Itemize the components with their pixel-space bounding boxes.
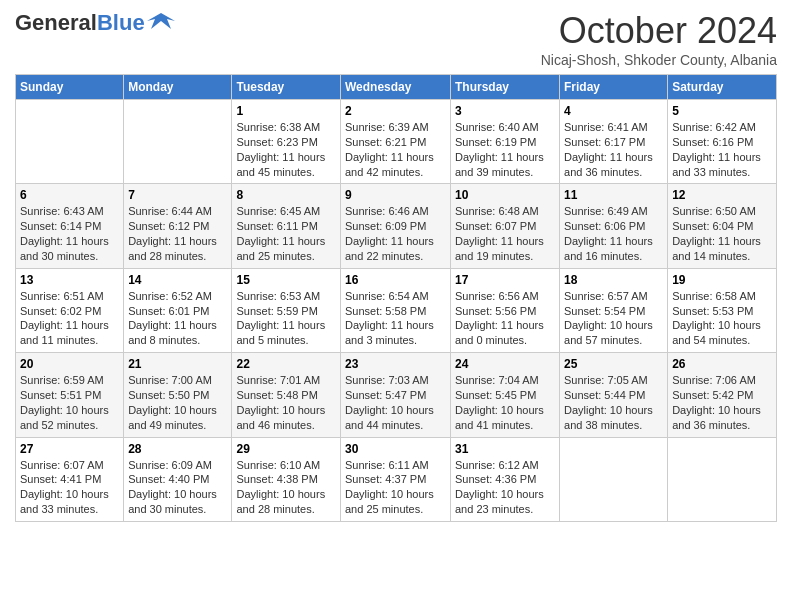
day-info: Sunrise: 7:01 AMSunset: 5:48 PMDaylight:…	[236, 373, 336, 432]
day-info: Sunrise: 6:12 AMSunset: 4:36 PMDaylight:…	[455, 458, 555, 517]
calendar-cell: 13Sunrise: 6:51 AMSunset: 6:02 PMDayligh…	[16, 268, 124, 352]
calendar-cell	[124, 100, 232, 184]
calendar-cell: 19Sunrise: 6:58 AMSunset: 5:53 PMDayligh…	[668, 268, 777, 352]
calendar-cell: 12Sunrise: 6:50 AMSunset: 6:04 PMDayligh…	[668, 184, 777, 268]
day-number: 3	[455, 104, 555, 118]
calendar-cell: 3Sunrise: 6:40 AMSunset: 6:19 PMDaylight…	[451, 100, 560, 184]
day-info: Sunrise: 6:56 AMSunset: 5:56 PMDaylight:…	[455, 289, 555, 348]
day-number: 21	[128, 357, 227, 371]
calendar-week-4: 20Sunrise: 6:59 AMSunset: 5:51 PMDayligh…	[16, 353, 777, 437]
header: GeneralBlue October 2024 Nicaj-Shosh, Sh…	[15, 10, 777, 68]
calendar-cell: 26Sunrise: 7:06 AMSunset: 5:42 PMDayligh…	[668, 353, 777, 437]
day-info: Sunrise: 6:42 AMSunset: 6:16 PMDaylight:…	[672, 120, 772, 179]
day-number: 10	[455, 188, 555, 202]
day-number: 5	[672, 104, 772, 118]
day-info: Sunrise: 7:00 AMSunset: 5:50 PMDaylight:…	[128, 373, 227, 432]
calendar-body: 1Sunrise: 6:38 AMSunset: 6:23 PMDaylight…	[16, 100, 777, 522]
col-saturday: Saturday	[668, 75, 777, 100]
day-number: 6	[20, 188, 119, 202]
calendar-cell	[16, 100, 124, 184]
day-info: Sunrise: 6:52 AMSunset: 6:01 PMDaylight:…	[128, 289, 227, 348]
calendar-cell: 25Sunrise: 7:05 AMSunset: 5:44 PMDayligh…	[560, 353, 668, 437]
col-tuesday: Tuesday	[232, 75, 341, 100]
logo: GeneralBlue	[15, 10, 175, 36]
calendar-cell: 27Sunrise: 6:07 AMSunset: 4:41 PMDayligh…	[16, 437, 124, 521]
calendar-week-3: 13Sunrise: 6:51 AMSunset: 6:02 PMDayligh…	[16, 268, 777, 352]
day-info: Sunrise: 6:10 AMSunset: 4:38 PMDaylight:…	[236, 458, 336, 517]
day-number: 31	[455, 442, 555, 456]
day-info: Sunrise: 6:53 AMSunset: 5:59 PMDaylight:…	[236, 289, 336, 348]
day-info: Sunrise: 7:05 AMSunset: 5:44 PMDaylight:…	[564, 373, 663, 432]
day-info: Sunrise: 6:43 AMSunset: 6:14 PMDaylight:…	[20, 204, 119, 263]
day-number: 9	[345, 188, 446, 202]
day-number: 13	[20, 273, 119, 287]
col-friday: Friday	[560, 75, 668, 100]
col-wednesday: Wednesday	[341, 75, 451, 100]
calendar-week-2: 6Sunrise: 6:43 AMSunset: 6:14 PMDaylight…	[16, 184, 777, 268]
calendar-cell: 21Sunrise: 7:00 AMSunset: 5:50 PMDayligh…	[124, 353, 232, 437]
logo-bird-icon	[147, 11, 175, 31]
day-number: 4	[564, 104, 663, 118]
logo-text: GeneralBlue	[15, 10, 145, 36]
calendar-cell: 9Sunrise: 6:46 AMSunset: 6:09 PMDaylight…	[341, 184, 451, 268]
calendar-cell: 31Sunrise: 6:12 AMSunset: 4:36 PMDayligh…	[451, 437, 560, 521]
day-info: Sunrise: 6:49 AMSunset: 6:06 PMDaylight:…	[564, 204, 663, 263]
day-info: Sunrise: 7:06 AMSunset: 5:42 PMDaylight:…	[672, 373, 772, 432]
calendar-week-1: 1Sunrise: 6:38 AMSunset: 6:23 PMDaylight…	[16, 100, 777, 184]
day-info: Sunrise: 6:09 AMSunset: 4:40 PMDaylight:…	[128, 458, 227, 517]
day-number: 8	[236, 188, 336, 202]
calendar-cell: 6Sunrise: 6:43 AMSunset: 6:14 PMDaylight…	[16, 184, 124, 268]
title-area: October 2024 Nicaj-Shosh, Shkoder County…	[541, 10, 777, 68]
calendar-cell: 30Sunrise: 6:11 AMSunset: 4:37 PMDayligh…	[341, 437, 451, 521]
day-info: Sunrise: 7:03 AMSunset: 5:47 PMDaylight:…	[345, 373, 446, 432]
day-number: 16	[345, 273, 446, 287]
day-info: Sunrise: 6:45 AMSunset: 6:11 PMDaylight:…	[236, 204, 336, 263]
calendar-header: Sunday Monday Tuesday Wednesday Thursday…	[16, 75, 777, 100]
day-info: Sunrise: 6:51 AMSunset: 6:02 PMDaylight:…	[20, 289, 119, 348]
day-info: Sunrise: 6:57 AMSunset: 5:54 PMDaylight:…	[564, 289, 663, 348]
day-info: Sunrise: 6:48 AMSunset: 6:07 PMDaylight:…	[455, 204, 555, 263]
calendar-cell: 28Sunrise: 6:09 AMSunset: 4:40 PMDayligh…	[124, 437, 232, 521]
calendar-cell: 18Sunrise: 6:57 AMSunset: 5:54 PMDayligh…	[560, 268, 668, 352]
day-info: Sunrise: 6:59 AMSunset: 5:51 PMDaylight:…	[20, 373, 119, 432]
svg-marker-0	[147, 13, 175, 29]
day-number: 25	[564, 357, 663, 371]
day-number: 23	[345, 357, 446, 371]
subtitle: Nicaj-Shosh, Shkoder County, Albania	[541, 52, 777, 68]
day-info: Sunrise: 6:11 AMSunset: 4:37 PMDaylight:…	[345, 458, 446, 517]
calendar-cell: 7Sunrise: 6:44 AMSunset: 6:12 PMDaylight…	[124, 184, 232, 268]
day-info: Sunrise: 6:44 AMSunset: 6:12 PMDaylight:…	[128, 204, 227, 263]
calendar-cell: 20Sunrise: 6:59 AMSunset: 5:51 PMDayligh…	[16, 353, 124, 437]
calendar-cell: 10Sunrise: 6:48 AMSunset: 6:07 PMDayligh…	[451, 184, 560, 268]
calendar-cell: 11Sunrise: 6:49 AMSunset: 6:06 PMDayligh…	[560, 184, 668, 268]
day-number: 29	[236, 442, 336, 456]
day-number: 11	[564, 188, 663, 202]
day-number: 7	[128, 188, 227, 202]
calendar-cell: 1Sunrise: 6:38 AMSunset: 6:23 PMDaylight…	[232, 100, 341, 184]
day-number: 24	[455, 357, 555, 371]
day-number: 15	[236, 273, 336, 287]
day-number: 17	[455, 273, 555, 287]
calendar-cell: 29Sunrise: 6:10 AMSunset: 4:38 PMDayligh…	[232, 437, 341, 521]
calendar-cell: 16Sunrise: 6:54 AMSunset: 5:58 PMDayligh…	[341, 268, 451, 352]
day-info: Sunrise: 6:07 AMSunset: 4:41 PMDaylight:…	[20, 458, 119, 517]
calendar-cell: 5Sunrise: 6:42 AMSunset: 6:16 PMDaylight…	[668, 100, 777, 184]
day-info: Sunrise: 6:46 AMSunset: 6:09 PMDaylight:…	[345, 204, 446, 263]
day-number: 22	[236, 357, 336, 371]
calendar-cell	[668, 437, 777, 521]
calendar-cell: 24Sunrise: 7:04 AMSunset: 5:45 PMDayligh…	[451, 353, 560, 437]
logo-general: General	[15, 10, 97, 35]
calendar-week-5: 27Sunrise: 6:07 AMSunset: 4:41 PMDayligh…	[16, 437, 777, 521]
col-monday: Monday	[124, 75, 232, 100]
calendar-table: Sunday Monday Tuesday Wednesday Thursday…	[15, 74, 777, 522]
day-number: 1	[236, 104, 336, 118]
day-number: 19	[672, 273, 772, 287]
calendar-cell: 23Sunrise: 7:03 AMSunset: 5:47 PMDayligh…	[341, 353, 451, 437]
day-number: 14	[128, 273, 227, 287]
day-info: Sunrise: 6:38 AMSunset: 6:23 PMDaylight:…	[236, 120, 336, 179]
day-info: Sunrise: 6:50 AMSunset: 6:04 PMDaylight:…	[672, 204, 772, 263]
calendar-cell: 17Sunrise: 6:56 AMSunset: 5:56 PMDayligh…	[451, 268, 560, 352]
calendar-cell: 8Sunrise: 6:45 AMSunset: 6:11 PMDaylight…	[232, 184, 341, 268]
month-title: October 2024	[541, 10, 777, 52]
day-number: 2	[345, 104, 446, 118]
